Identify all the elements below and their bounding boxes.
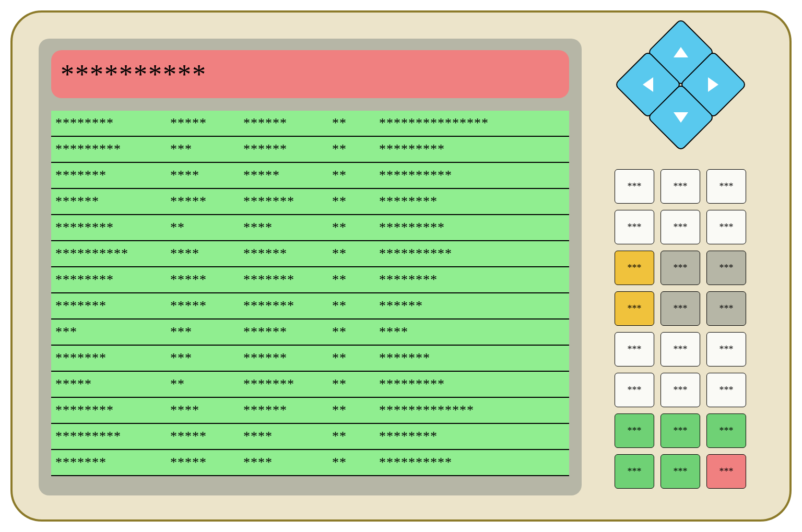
keypad-button[interactable]: *** — [615, 454, 654, 489]
table-cell: ********* — [51, 141, 166, 157]
keypad-button[interactable]: *** — [615, 210, 654, 244]
table-cell: **** — [166, 246, 239, 262]
table-cell: ******* — [51, 298, 166, 314]
table-cell: ***** — [166, 194, 239, 209]
table-cell: *** — [51, 324, 166, 340]
table-cell: ** — [328, 115, 375, 131]
keypad-button[interactable]: *** — [615, 291, 654, 326]
table-cell: ********* — [375, 141, 569, 157]
table-cell: ***** — [239, 168, 328, 183]
table-row[interactable]: **************************** — [51, 189, 569, 215]
table-cell: ** — [166, 220, 239, 235]
table-cell: ***** — [51, 376, 166, 392]
keypad-button[interactable]: *** — [706, 454, 746, 489]
keypad-button[interactable]: *** — [615, 251, 654, 285]
table-cell: *************** — [375, 115, 569, 131]
table-cell: ****** — [239, 403, 328, 418]
title-text: ********** — [61, 59, 207, 90]
keypad-button[interactable]: *** — [661, 373, 700, 407]
keypad-button[interactable]: *** — [615, 332, 654, 367]
keypad-button[interactable]: *** — [615, 169, 654, 204]
keypad-button[interactable]: *** — [615, 413, 654, 448]
table-row[interactable]: **************************** — [51, 424, 569, 450]
keypad-button[interactable]: *** — [615, 373, 654, 407]
keypad-button[interactable]: *** — [706, 169, 746, 204]
table-cell: ******** — [375, 272, 569, 288]
keypad-button[interactable]: *** — [661, 413, 700, 448]
keypad-button[interactable]: *** — [706, 210, 746, 244]
table-row[interactable]: ****************** — [51, 320, 569, 346]
arrow-right-icon — [708, 77, 718, 92]
table-cell: ******* — [239, 194, 328, 209]
keypad-button[interactable]: *** — [661, 454, 700, 489]
keypad-button[interactable]: *** — [706, 373, 746, 407]
keypad-button[interactable]: *** — [661, 169, 700, 204]
arrow-down-icon — [674, 112, 688, 123]
table-cell: ************* — [375, 403, 569, 418]
table-cell: ******** — [51, 403, 166, 418]
table-cell: ***** — [166, 272, 239, 288]
table-cell: ****** — [239, 141, 328, 157]
table-cell: ******* — [239, 272, 328, 288]
keypad-button[interactable]: *** — [706, 291, 746, 326]
keypad-button[interactable]: *** — [706, 332, 746, 367]
keypad-button[interactable]: *** — [661, 210, 700, 244]
table-cell: *** — [166, 141, 239, 157]
arrow-left-icon — [643, 77, 653, 92]
table-cell: ** — [328, 298, 375, 314]
device-frame: ********** *****************************… — [10, 10, 792, 522]
side-panel: ****************************************… — [597, 39, 763, 493]
table-row[interactable]: ********************************* — [51, 398, 569, 424]
table-cell: ** — [328, 376, 375, 392]
table-cell: ******* — [51, 350, 166, 366]
keypad-button[interactable]: *** — [706, 413, 746, 448]
table-row[interactable]: ******************************** — [51, 241, 569, 267]
table-cell: ********* — [51, 429, 166, 444]
arrow-up-icon — [674, 47, 688, 57]
table-cell: ** — [328, 246, 375, 262]
table-cell: ****** — [239, 246, 328, 262]
table-cell: ** — [328, 350, 375, 366]
table-row[interactable]: ****************************** — [51, 267, 569, 293]
table-cell: *** — [166, 350, 239, 366]
table-cell: ******** — [375, 194, 569, 209]
table-cell: ******* — [375, 350, 569, 366]
table-cell: ******** — [51, 272, 166, 288]
table-cell: ** — [328, 141, 375, 157]
table-row[interactable]: ************************************ — [51, 111, 569, 137]
table-cell: ** — [328, 194, 375, 209]
keypad: ****************************************… — [612, 169, 748, 489]
keypad-button[interactable]: *** — [661, 251, 700, 285]
table-cell: ******* — [239, 298, 328, 314]
table-cell: ******** — [375, 429, 569, 444]
table-cell: ****** — [239, 115, 328, 131]
table-row[interactable]: *************************** — [51, 293, 569, 320]
table-cell: ********** — [375, 455, 569, 470]
table-row[interactable]: ************************* — [51, 346, 569, 372]
keypad-button[interactable]: *** — [706, 251, 746, 285]
table-row[interactable]: ************************* — [51, 372, 569, 398]
keypad-button[interactable]: *** — [661, 291, 700, 326]
table-cell: ******** — [51, 115, 166, 131]
table-cell: ** — [328, 168, 375, 183]
table-cell: **** — [166, 403, 239, 418]
table-cell: ****** — [239, 324, 328, 340]
table-cell: ******** — [51, 220, 166, 235]
screen: ********** *****************************… — [39, 39, 582, 495]
dpad — [612, 33, 748, 153]
table-cell: ********** — [51, 246, 166, 262]
table-cell: ****** — [375, 298, 569, 314]
table-cell: ********* — [375, 376, 569, 392]
table-cell: *** — [166, 324, 239, 340]
keypad-button[interactable]: *** — [661, 332, 700, 367]
table-cell: ********** — [375, 246, 569, 262]
table-row[interactable]: ************************* — [51, 215, 569, 241]
table-cell: **** — [239, 455, 328, 470]
table-cell: ********** — [375, 168, 569, 183]
table-cell: ***** — [166, 429, 239, 444]
table-row[interactable]: **************************** — [51, 163, 569, 189]
table-row[interactable]: **************************** — [51, 450, 569, 476]
table-row[interactable]: ***************************** — [51, 137, 569, 163]
table-cell: ****** — [51, 194, 166, 209]
table-cell: ***** — [166, 115, 239, 131]
